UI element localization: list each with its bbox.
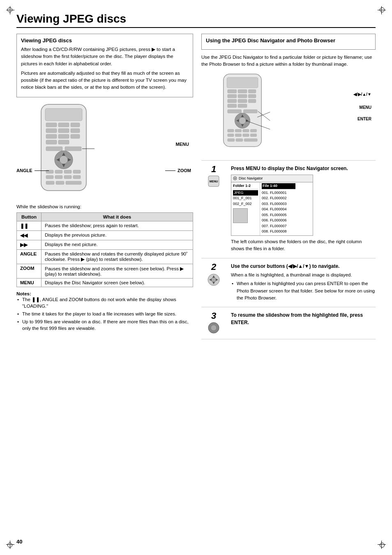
svg-rect-4 bbox=[71, 123, 80, 127]
svg-rect-64 bbox=[244, 138, 257, 141]
step-icon-1: MENU bbox=[208, 175, 219, 188]
table-cell-desc: Displays the previous picture. bbox=[42, 230, 193, 240]
table-row: MENUDisplays the Disc Navigator screen (… bbox=[17, 278, 193, 287]
notes-heading: Notes: bbox=[16, 291, 31, 296]
corner-mark-bl bbox=[6, 541, 14, 549]
svg-rect-7 bbox=[71, 129, 80, 133]
note-item: Up to 999 files are viewable on a disc. … bbox=[16, 318, 193, 332]
step-number-2: 2 bbox=[211, 263, 216, 272]
step-bullets-2: When a folder is highlighted you can pre… bbox=[231, 280, 376, 302]
button-table: Button What it does ❚❚Pauses the slidesh… bbox=[16, 212, 193, 287]
svg-rect-60 bbox=[243, 134, 249, 136]
page-title: Viewing JPEG discs bbox=[16, 12, 376, 28]
disc-nav-col2-item: 008. FL000008 bbox=[262, 229, 295, 235]
svg-point-79 bbox=[211, 325, 217, 331]
svg-rect-62 bbox=[228, 138, 235, 141]
svg-rect-55 bbox=[235, 129, 241, 132]
svg-rect-57 bbox=[250, 129, 256, 132]
table-cell-button: ZOOM bbox=[17, 264, 42, 278]
right-intro: Use the JPEG Disc Navigator to find a pa… bbox=[201, 54, 376, 68]
svg-rect-56 bbox=[243, 129, 249, 132]
note-item: The time it takes for the player to load… bbox=[16, 311, 193, 317]
table-header-button: Button bbox=[17, 212, 42, 221]
table-cell-button: ▶▶ bbox=[17, 240, 42, 249]
svg-point-71 bbox=[235, 178, 236, 179]
svg-rect-43 bbox=[248, 99, 256, 102]
disc-nav-header: Disc Navigator bbox=[231, 175, 313, 183]
note-item: The ❚❚, ANGLE and ZOOM buttons do not wo… bbox=[16, 296, 193, 309]
svg-rect-29 bbox=[46, 181, 54, 184]
svg-rect-3 bbox=[58, 123, 69, 127]
svg-rect-40 bbox=[248, 94, 256, 97]
running-label: While the slideshow is running: bbox=[16, 204, 193, 209]
remote-menu-label: MENU bbox=[176, 141, 189, 147]
step-content-2: Use the cursor buttons (◀/▶/▲/▼) to navi… bbox=[231, 263, 376, 303]
left-section-heading: Viewing JPEG discs bbox=[21, 37, 189, 44]
svg-rect-58 bbox=[228, 134, 234, 136]
svg-rect-13 bbox=[46, 147, 62, 151]
svg-rect-35 bbox=[228, 90, 237, 93]
step-3: 3To resume the slideshow from the highli… bbox=[201, 307, 376, 339]
step-content-1: Press MENU to display the Disc Navigator… bbox=[231, 165, 376, 254]
disc-nav-col1: Folder 1-2JPEG001_F_001002_F_002 bbox=[231, 182, 260, 235]
remote-illustration-left: MENU ANGLE ZOOM bbox=[16, 102, 193, 201]
svg-point-16 bbox=[60, 156, 68, 164]
disc-nav-col2-item: 002. FL000002 bbox=[262, 196, 295, 201]
step-number-col-1: 1MENU bbox=[201, 165, 226, 188]
disc-nav-body: Folder 1-2JPEG001_F_001002_F_002File 1-4… bbox=[231, 182, 313, 235]
disc-nav-col2-item: 007. FL000007 bbox=[262, 223, 295, 229]
svg-rect-27 bbox=[64, 175, 71, 179]
svg-rect-24 bbox=[73, 170, 81, 173]
svg-rect-61 bbox=[250, 134, 256, 136]
table-header-what: What it does bbox=[42, 212, 193, 221]
svg-text:MENU: MENU bbox=[210, 180, 218, 183]
svg-rect-59 bbox=[235, 134, 241, 136]
svg-rect-14 bbox=[65, 147, 81, 151]
left-para-2: Pictures are automatically adjusted so t… bbox=[21, 70, 189, 91]
steps-container: 1MENUPress MENU to display the Disc Navi… bbox=[201, 160, 376, 340]
step-content-3: To resume the slideshow from the highlig… bbox=[231, 311, 376, 328]
remote-svg-right bbox=[214, 72, 271, 148]
table-cell-desc: Pauses the slideshow and zooms the scree… bbox=[42, 264, 193, 278]
table-cell-desc: Pauses the slideshow; press again to res… bbox=[42, 221, 193, 230]
step-number-col-2: 2 bbox=[201, 263, 226, 288]
disc-nav-col2-item: 001. FL000001 bbox=[262, 190, 295, 196]
svg-rect-10 bbox=[71, 134, 80, 138]
page-number: 40 bbox=[16, 539, 22, 545]
svg-rect-39 bbox=[238, 94, 247, 97]
notes-section: Notes: The ❚❚, ANGLE and ZOOM buttons do… bbox=[16, 291, 193, 332]
step-number-col-3: 3 bbox=[201, 311, 226, 335]
disc-nav-col1-item: 001_F_001 bbox=[233, 196, 258, 201]
svg-rect-44 bbox=[228, 104, 237, 107]
step-number-1: 1 bbox=[211, 165, 216, 174]
right-section-box: Using the JPEG Disc Navigator and Photo … bbox=[201, 34, 376, 50]
table-row: ZOOMPauses the slideshow and zooms the s… bbox=[17, 264, 193, 278]
disc-nav-col2-item: 005. FL000005 bbox=[262, 212, 295, 218]
svg-rect-12 bbox=[58, 140, 69, 144]
svg-rect-6 bbox=[58, 129, 69, 133]
table-cell-button: ANGLE bbox=[17, 249, 42, 264]
disc-nav-col2-item: 006. FL000006 bbox=[262, 218, 295, 223]
step-number-3: 3 bbox=[211, 311, 216, 320]
svg-point-49 bbox=[239, 117, 246, 124]
step-heading-3: To resume the slideshow from the highlig… bbox=[231, 311, 376, 326]
step-heading-2: Use the cursor buttons (◀/▶/▲/▼) to navi… bbox=[231, 263, 376, 270]
svg-rect-41 bbox=[228, 99, 237, 102]
svg-rect-38 bbox=[228, 94, 237, 97]
disc-nav-col2-item: 004. FL000004 bbox=[262, 207, 295, 212]
table-cell-desc: Pauses the slideshow and rotates the cur… bbox=[42, 249, 193, 264]
svg-rect-9 bbox=[58, 134, 69, 138]
corner-mark-tr bbox=[378, 6, 386, 14]
table-cell-desc: Displays the next picture. bbox=[42, 240, 193, 249]
left-para-1: After loading a CD/CD-R/RW containing JP… bbox=[21, 46, 189, 67]
svg-rect-28 bbox=[73, 175, 81, 179]
svg-rect-36 bbox=[238, 90, 247, 93]
corner-mark-br bbox=[378, 541, 386, 549]
table-row: ◀◀Displays the previous picture. bbox=[17, 230, 193, 240]
right-remote-enter-label: ENTER bbox=[357, 117, 371, 121]
svg-rect-31 bbox=[66, 181, 81, 184]
svg-rect-22 bbox=[55, 170, 62, 173]
step-body-1: The left column shows the folders on the… bbox=[231, 238, 376, 253]
table-cell-button: ◀◀ bbox=[17, 230, 42, 240]
disc-nav-screen: Disc NavigatorFolder 1-2JPEG001_F_001002… bbox=[231, 175, 313, 236]
